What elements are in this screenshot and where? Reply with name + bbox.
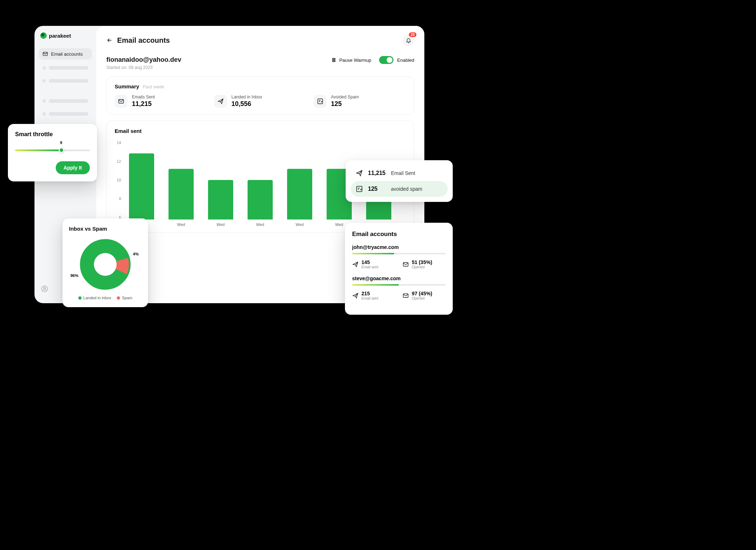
chart-bar: Wed [129, 153, 154, 227]
svg-point-2 [43, 287, 45, 289]
bar-x-label: Wed [256, 222, 264, 227]
brand: parakeet [39, 32, 92, 39]
brand-name: parakeet [49, 33, 71, 39]
bar-x-label: Wed [296, 222, 304, 227]
throttle-title: Smart throttle [15, 131, 90, 138]
legend-dot-spam [117, 296, 120, 300]
mail-icon [118, 98, 124, 105]
svg-rect-4 [334, 58, 335, 61]
summary-stat-avoided-spam: Avoided Spam125 [314, 94, 406, 108]
donut-chart: 96% 4% [78, 237, 132, 291]
notification-badge: 20 [409, 32, 416, 37]
slider-value: 9 [60, 140, 62, 145]
chart-bar: Wed [169, 169, 194, 227]
pause-warmup-button[interactable]: Pause Warmup [331, 57, 371, 63]
sidebar-placeholder [39, 63, 92, 73]
checklist-icon [317, 98, 323, 105]
account-email: fionanaidoo@yahoo.dev [106, 56, 181, 64]
brand-logo-icon [40, 32, 47, 39]
y-tick: 10 [115, 178, 121, 182]
account-email: steve@goacme.com [352, 276, 446, 281]
legend-dot-inbox [78, 296, 82, 300]
summary-stat-landed-inbox: Landed in Inbox10,556 [214, 94, 306, 108]
pause-icon [331, 57, 336, 63]
send-icon [352, 261, 359, 268]
chart-bar: Wed [287, 169, 312, 227]
send-icon [217, 98, 224, 105]
chart-y-axis: 14121086 [115, 140, 121, 227]
account-block: john@tryacme.com 145Email sent 51 (35%)O… [352, 244, 446, 269]
notifications-button[interactable]: 20 [403, 34, 414, 46]
accounts-card-title: Email accounts [352, 231, 446, 238]
enabled-toggle[interactable] [379, 56, 393, 64]
summary-stat-emails-sent: Emails Sent11,215 [115, 94, 207, 108]
account-stat-opened: 51 (35%)Opened [402, 259, 446, 269]
donut-inbox-pct: 96% [70, 273, 78, 278]
mail-open-icon [402, 292, 409, 299]
chart-bar: Wed [208, 180, 233, 227]
bar-x-label: Wed [217, 222, 225, 227]
summary-title: Summary [115, 83, 139, 89]
popup-row-avoided-spam: 125 avoided spam [351, 181, 448, 197]
inbox-vs-spam-card: Inbox vs Spam 96% 4% Landed in inbox Spa… [63, 218, 148, 307]
account-progress-bar [352, 284, 446, 286]
send-icon [352, 292, 359, 299]
account-progress-bar [352, 253, 446, 254]
bar-x-label: Wed [177, 222, 185, 227]
popup-row-email-sent: 11,215 Email Sent [351, 165, 448, 181]
enabled-toggle-wrap: Enabled [379, 56, 414, 64]
email-accounts-card: Email accounts john@tryacme.com 145Email… [345, 223, 453, 315]
summary-subtitle: Past week [143, 84, 164, 89]
svg-point-9 [94, 253, 117, 276]
apply-throttle-button[interactable]: Apply It [56, 161, 90, 174]
page-header: Email accounts 20 [106, 34, 414, 46]
donut-spam-pct: 4% [133, 252, 139, 256]
account-block: steve@goacme.com 215Email sent 97 (45%)O… [352, 276, 446, 300]
chart-bar: Wed [248, 180, 273, 227]
sidebar-item-email-accounts[interactable]: Email accounts [39, 48, 92, 60]
account-stat-sent: 145Email sent [352, 259, 395, 269]
bell-icon [406, 37, 411, 43]
account-header: fionanaidoo@yahoo.dev Started on: 08 aug… [106, 56, 414, 70]
sidebar-placeholder [39, 96, 92, 106]
user-avatar-icon[interactable] [41, 285, 48, 292]
send-icon [356, 170, 363, 177]
enabled-label: Enabled [397, 57, 414, 63]
stats-popup: 11,215 Email Sent 125 avoided spam [346, 160, 453, 202]
mail-icon [42, 51, 48, 57]
chart-title: Email sent [115, 128, 406, 134]
sidebar-item-label: Email accounts [51, 51, 83, 57]
throttle-slider[interactable]: 9 [15, 146, 90, 154]
account-stat-sent: 215Email sent [352, 291, 395, 300]
svg-rect-3 [333, 58, 333, 61]
checklist-icon [356, 185, 363, 193]
slider-thumb[interactable] [59, 147, 64, 153]
donut-title: Inbox vs Spam [69, 226, 142, 232]
back-arrow-icon[interactable] [106, 37, 113, 43]
smart-throttle-card: Smart throttle 9 Apply It [8, 124, 97, 181]
page-title: Email accounts [117, 36, 170, 45]
account-started-date: Started on: 08 aug 2023 [106, 65, 181, 70]
y-tick: 8 [115, 197, 121, 201]
summary-card: Summary Past week Emails Sent11,215 Land… [106, 77, 414, 115]
donut-legend: Landed in inbox Spam [69, 296, 142, 300]
account-email: john@tryacme.com [352, 244, 446, 250]
account-stat-opened: 97 (45%)Opened [402, 291, 446, 300]
y-tick: 14 [115, 140, 121, 145]
mail-open-icon [402, 261, 409, 268]
sidebar-placeholder [39, 76, 92, 85]
bar-x-label: Wed [335, 222, 343, 227]
sidebar-placeholder [39, 109, 92, 119]
y-tick: 12 [115, 159, 121, 163]
